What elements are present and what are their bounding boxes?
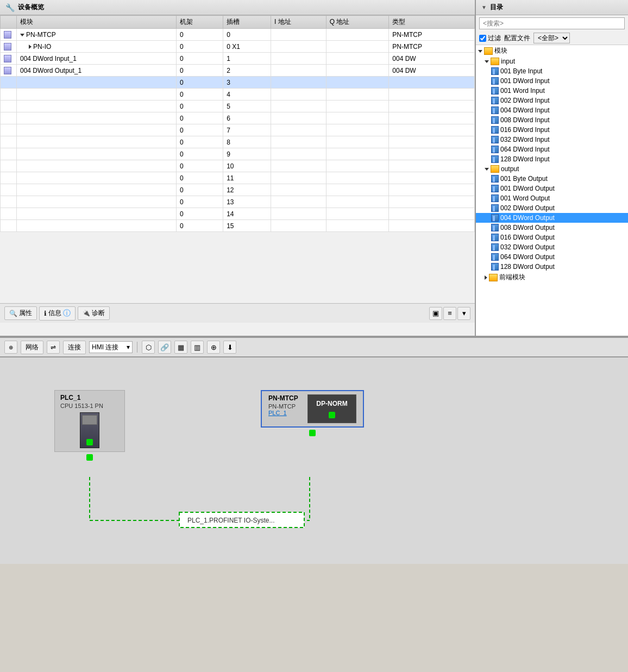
view-btn-3[interactable]: ▾: [457, 307, 470, 320]
pn-mtcp-link[interactable]: PLC_1: [268, 410, 302, 416]
tree-item-label: 016 DWord Input: [500, 126, 550, 134]
tree-module-icon: [491, 224, 499, 231]
connect-icon-btn[interactable]: ⇌: [47, 341, 60, 354]
dp-norm-block: DP-NORM: [307, 394, 356, 423]
tree-item-label: 001 Byte Input: [500, 67, 542, 75]
table-row[interactable]: 004 DWord Output_102004 DW: [1, 65, 475, 77]
tree-item[interactable]: 064 DWord Output: [476, 252, 628, 262]
tree-item[interactable]: 001 DWord Output: [476, 184, 628, 193]
plc1-cpu: CPU 1513-1 PN: [60, 403, 119, 409]
col-q-addr: Q 地址: [326, 16, 389, 29]
tree-item[interactable]: 016 DWord Output: [476, 233, 628, 242]
tree-item[interactable]: 001 Word Output: [476, 193, 628, 203]
tree-item[interactable]: 016 DWord Input: [476, 125, 628, 135]
table-row[interactable]: 06: [1, 112, 475, 124]
download-icon-btn[interactable]: ⬇: [223, 341, 236, 354]
table-row[interactable]: PN-IO00 X1PN-MTCP: [1, 41, 475, 53]
profile-select[interactable]: <全部>: [533, 33, 570, 43]
row-type: 004 DW: [389, 53, 475, 65]
table-row[interactable]: 011: [1, 172, 475, 184]
tree-item[interactable]: 001 Byte Output: [476, 174, 628, 184]
device-overview-label: 设备概览: [18, 3, 44, 12]
expand-arrow-right[interactable]: [29, 45, 32, 49]
row-rack: 0: [176, 196, 223, 208]
connect-icon-btn2[interactable]: 🔗: [158, 341, 171, 354]
info-label: 信息: [48, 309, 61, 318]
tree-item[interactable]: 前端模块: [476, 272, 628, 283]
table-icon-btn[interactable]: ▦: [174, 341, 187, 354]
table-row[interactable]: 004 DWord Input_101004 DW: [1, 53, 475, 65]
row-rack: 0: [176, 160, 223, 172]
tree-item-label: 008 DWord Input: [500, 116, 550, 124]
view-icon-btn[interactable]: ▥: [191, 341, 204, 354]
tree-item[interactable]: 004 DWord Output: [476, 213, 628, 223]
table-row[interactable]: 04: [1, 89, 475, 101]
row-slot: 11: [223, 172, 271, 184]
properties-btn[interactable]: 🔍 属性: [4, 306, 37, 320]
view-btn-2[interactable]: ≡: [443, 307, 456, 320]
filter-checkbox[interactable]: [479, 35, 486, 42]
tree-module-icon: [491, 204, 499, 212]
tree-module-icon: [491, 136, 499, 143]
diagnostics-btn[interactable]: 🔌 诊断: [78, 306, 110, 320]
table-row[interactable]: 013: [1, 196, 475, 208]
tree-item[interactable]: 002 DWord Input: [476, 96, 628, 105]
row-i-addr: [271, 101, 326, 112]
network-btn[interactable]: 网络: [21, 341, 43, 354]
tree-item[interactable]: 002 DWord Output: [476, 203, 628, 213]
tree-item[interactable]: 001 Word Input: [476, 86, 628, 96]
view-btn-1[interactable]: ▣: [429, 307, 442, 320]
tree-item[interactable]: output: [476, 164, 628, 174]
tree-item[interactable]: 128 DWord Output: [476, 262, 628, 272]
info-btn[interactable]: ℹ 信息 ⓘ: [39, 306, 76, 321]
row-icon-cell: [1, 53, 17, 65]
row-i-addr: [271, 208, 326, 220]
connect-btn[interactable]: 连接: [63, 341, 86, 354]
table-row[interactable]: 010: [1, 160, 475, 172]
pn-mtcp-name: PN-MTCP: [268, 394, 302, 402]
tree-item[interactable]: input: [476, 56, 628, 66]
row-slot: 5: [223, 101, 271, 112]
device-table-scroll[interactable]: 模块 机架 插槽 I 地址 Q 地址 类型 PN-MTCP00PN-MTCPPN…: [0, 15, 475, 303]
table-row[interactable]: 015: [1, 220, 475, 232]
zoom-icon-btn[interactable]: ⊕: [207, 341, 220, 354]
row-rack: 0: [176, 77, 223, 89]
tree-item[interactable]: 001 Byte Input: [476, 66, 628, 76]
table-row[interactable]: 09: [1, 148, 475, 160]
device-icon-btn[interactable]: ⬡: [142, 341, 155, 354]
table-row[interactable]: PN-MTCP00PN-MTCP: [1, 29, 475, 41]
table-row[interactable]: 07: [1, 124, 475, 136]
catalog-collapse-icon: ▼: [481, 4, 487, 10]
tree-item[interactable]: 032 DWord Output: [476, 242, 628, 252]
pn-mtcp-block: PN-MTCP PN-MTCP PLC_1 DP-NORM: [261, 390, 364, 436]
row-type: [389, 184, 475, 196]
row-module: [17, 160, 177, 172]
row-slot: 0: [223, 29, 271, 41]
tree-module-icon: [491, 126, 499, 134]
tree-item[interactable]: 001 DWord Input: [476, 76, 628, 86]
row-i-addr: [271, 41, 326, 53]
tree-item[interactable]: 064 DWord Input: [476, 145, 628, 154]
pn-mtcp-sub: PN-MTCP: [268, 403, 302, 410]
tree-item[interactable]: 128 DWord Input: [476, 154, 628, 164]
tree-item[interactable]: 008 DWord Input: [476, 115, 628, 125]
table-row[interactable]: 014: [1, 208, 475, 220]
tree-item[interactable]: 模块: [476, 45, 628, 56]
row-q-addr: [326, 65, 389, 77]
tree-item[interactable]: 008 DWord Output: [476, 223, 628, 233]
tree-item-label: output: [501, 165, 519, 173]
tree-module-icon: [491, 243, 499, 251]
tree-item[interactable]: 004 DWord Input: [476, 105, 628, 115]
network-icon-btn[interactable]: ⊕: [4, 341, 17, 354]
row-slot: 12: [223, 184, 271, 196]
table-row[interactable]: 05: [1, 101, 475, 112]
hmi-connect-dropdown[interactable]: HMI 连接 ▾: [89, 341, 133, 353]
table-row[interactable]: 03: [1, 77, 475, 89]
table-row[interactable]: 012: [1, 184, 475, 196]
tree-item[interactable]: 032 DWord Input: [476, 135, 628, 145]
catalog-tree[interactable]: 模块input001 Byte Input001 DWord Input001 …: [476, 45, 628, 336]
tree-item-label: 032 DWord Input: [500, 136, 550, 143]
catalog-search-input[interactable]: [479, 17, 625, 29]
expand-arrow-down[interactable]: [20, 34, 24, 36]
table-row[interactable]: 08: [1, 136, 475, 148]
